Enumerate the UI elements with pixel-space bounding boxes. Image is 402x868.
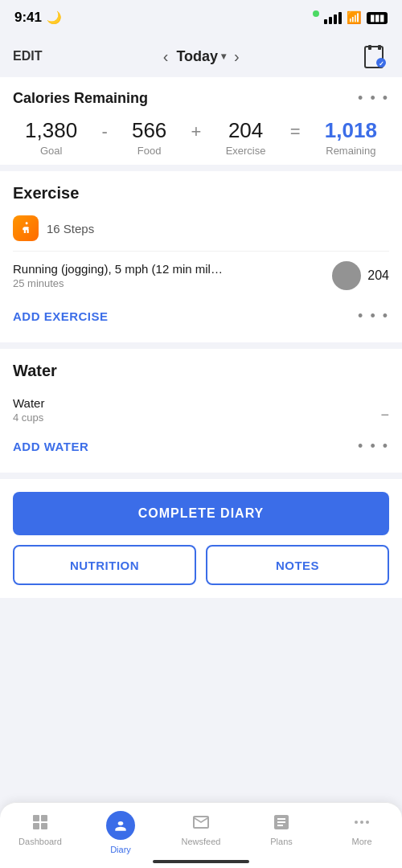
water-item[interactable]: Water 4 cups − xyxy=(13,390,389,430)
add-exercise-button[interactable]: ADD EXERCISE xyxy=(13,303,109,330)
nutrition-button[interactable]: NUTRITION xyxy=(13,545,196,585)
nav-item-plans[interactable]: Plans xyxy=(241,811,322,846)
edit-button[interactable]: EDIT xyxy=(13,49,42,63)
calories-title: Calories Remaining xyxy=(13,90,148,107)
svg-text:✓: ✓ xyxy=(379,60,384,68)
plans-label: Plans xyxy=(270,837,293,846)
add-water-row: ADD WATER • • • xyxy=(13,433,389,460)
svg-rect-2 xyxy=(378,45,381,50)
exercise-duration: 25 minutes xyxy=(13,277,223,289)
next-day-button[interactable]: › xyxy=(234,48,240,64)
more-label: More xyxy=(351,837,371,846)
top-nav: EDIT ‹ Today ▾ › ✓ xyxy=(0,35,402,77)
exercise-header: Exercise xyxy=(13,184,389,203)
home-indicator xyxy=(153,860,249,863)
status-time: 9:41 xyxy=(14,10,42,26)
calories-card: Calories Remaining • • • 1,380 Goal - 56… xyxy=(0,77,402,165)
moon-icon: 🌙 xyxy=(47,10,62,25)
add-water-button[interactable]: ADD WATER xyxy=(13,433,88,460)
prev-day-button[interactable]: ‹ xyxy=(163,48,169,64)
steps-text: 16 Steps xyxy=(47,222,94,235)
svg-point-11 xyxy=(366,821,369,824)
nav-item-more[interactable]: More xyxy=(322,811,402,846)
diary-settings-button[interactable]: ✓ xyxy=(360,42,389,71)
remaining-value: 1,018 xyxy=(325,118,377,143)
svg-rect-8 xyxy=(41,823,47,829)
secondary-buttons: NUTRITION NOTES xyxy=(13,545,389,585)
dashboard-icon xyxy=(29,811,51,833)
add-exercise-row: ADD EXERCISE • • • xyxy=(13,303,389,330)
exercise-title: Exercise xyxy=(13,184,79,203)
svg-rect-5 xyxy=(33,815,39,821)
diary-actions: COMPLETE DIARY NUTRITION NOTES xyxy=(0,479,402,598)
battery-icon: ▮▮▮ xyxy=(367,12,388,24)
date-chevron-icon: ▾ xyxy=(221,51,226,62)
steps-row: 16 Steps xyxy=(13,212,389,252)
water-header: Water xyxy=(13,362,389,380)
food-value: 566 xyxy=(132,118,166,143)
calories-row: 1,380 Goal - 566 Food + 204 Exercise = 1… xyxy=(13,118,389,157)
minus-operator: - xyxy=(101,118,107,142)
remaining-label: Remaining xyxy=(326,145,375,157)
today-date-selector[interactable]: Today ▾ xyxy=(176,48,226,65)
svg-rect-7 xyxy=(33,823,39,829)
exercise-calories-label: Exercise xyxy=(226,145,266,157)
water-amount: 4 cups xyxy=(13,411,44,424)
food-label: Food xyxy=(137,145,162,157)
status-bar: 9:41 🌙 📶 ▮▮▮ xyxy=(0,0,402,35)
water-name: Water xyxy=(13,396,44,410)
exercise-card: Exercise 16 Steps Running (jogging), 5 m… xyxy=(0,171,402,342)
steps-icon xyxy=(13,215,39,241)
equals-operator: = xyxy=(290,118,301,142)
water-card: Water Water 4 cups − ADD WATER • • • xyxy=(0,349,402,473)
bottom-nav: Dashboard Diary Newsfeed Plans xyxy=(0,802,402,868)
svg-rect-6 xyxy=(41,815,47,821)
nav-item-newsfeed[interactable]: Newsfeed xyxy=(161,811,241,846)
plans-icon xyxy=(270,811,293,833)
more-icon xyxy=(351,811,373,833)
diary-icon xyxy=(106,811,135,840)
svg-rect-1 xyxy=(368,45,371,50)
nav-item-dashboard[interactable]: Dashboard xyxy=(0,811,80,846)
water-title: Water xyxy=(13,362,57,380)
water-menu-button[interactable]: • • • xyxy=(358,438,389,455)
dashboard-label: Dashboard xyxy=(18,837,62,846)
wifi-icon: 📶 xyxy=(347,10,362,25)
newsfeed-label: Newsfeed xyxy=(182,837,221,846)
green-dot xyxy=(313,10,319,17)
calories-menu-button[interactable]: • • • xyxy=(358,90,389,107)
exercise-menu-button[interactable]: • • • xyxy=(358,308,389,325)
exercise-name: Running (jogging), 5 mph (12 min mil… xyxy=(13,262,223,276)
water-minus: − xyxy=(380,407,389,424)
plus-operator: + xyxy=(191,118,202,142)
exercise-item[interactable]: Running (jogging), 5 mph (12 min mil… 25… xyxy=(13,252,389,300)
nav-item-diary[interactable]: Diary xyxy=(80,811,161,854)
diary-label: Diary xyxy=(110,845,131,854)
notes-button[interactable]: NOTES xyxy=(206,545,389,585)
status-icons: 📶 ▮▮▮ xyxy=(313,10,388,25)
svg-point-10 xyxy=(360,821,363,824)
svg-point-9 xyxy=(355,821,358,824)
complete-diary-button[interactable]: COMPLETE DIARY xyxy=(13,492,389,535)
goal-value: 1,380 xyxy=(25,118,77,143)
signal-icon xyxy=(324,12,342,24)
exercise-value: 204 xyxy=(228,118,263,143)
newsfeed-icon xyxy=(190,811,212,833)
exercise-calories: 204 xyxy=(367,268,389,283)
drag-handle[interactable] xyxy=(332,261,361,290)
goal-label: Goal xyxy=(40,145,62,157)
